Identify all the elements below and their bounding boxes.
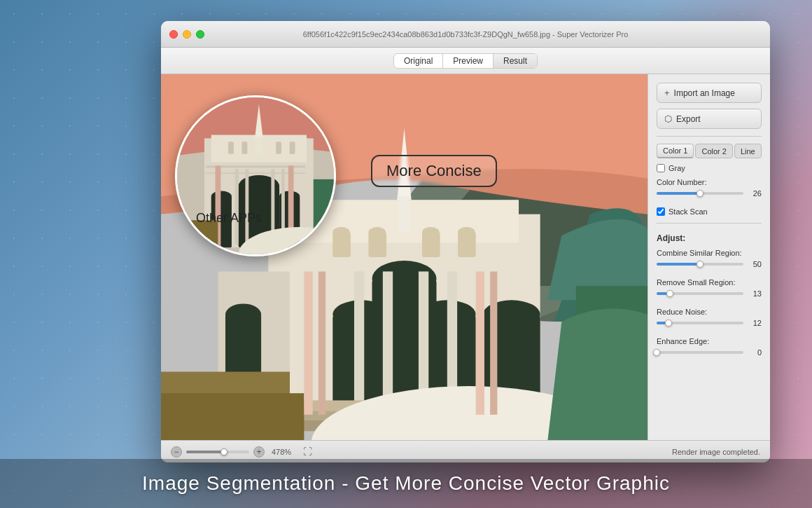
color-number-slider-row: 26 [657, 189, 762, 198]
view-tab-group: Original Preview Result [393, 53, 538, 69]
svg-point-29 [225, 303, 261, 325]
toolbar: Original Preview Result [161, 48, 770, 74]
svg-rect-24 [383, 271, 393, 414]
window-controls [169, 30, 204, 39]
zoom-level: 478% [272, 448, 291, 456]
color-number-track[interactable] [657, 192, 743, 195]
adjust-section-title: Adjust: [657, 233, 762, 243]
maximize-button[interactable] [196, 30, 204, 39]
zoom-slider-fill [186, 451, 224, 453]
combine-similar-fill [657, 263, 700, 266]
reduce-noise-track[interactable] [657, 322, 743, 324]
close-button[interactable] [169, 30, 178, 39]
color-number-value: 26 [748, 189, 762, 198]
export-icon: ⬡ [664, 114, 672, 124]
svg-rect-57 [290, 142, 295, 154]
svg-rect-6 [398, 196, 410, 232]
svg-rect-56 [276, 142, 281, 154]
remove-small-value: 13 [748, 289, 762, 298]
svg-point-20 [422, 227, 440, 237]
enhance-edge-track[interactable] [657, 351, 743, 354]
svg-point-16 [332, 227, 350, 237]
main-content: Other APPs More Concise + Import an Imag… [161, 74, 770, 440]
enhance-edge-section: Enhance Edge: 0 [657, 337, 762, 361]
svg-rect-45 [255, 137, 262, 153]
reduce-noise-value: 12 [748, 319, 762, 327]
remove-small-slider-row: 13 [657, 289, 762, 298]
reduce-noise-thumb[interactable] [665, 320, 672, 327]
canvas-area: Other APPs More Concise [161, 74, 648, 440]
gray-checkbox[interactable] [657, 164, 665, 172]
enhance-edge-thumb[interactable] [653, 349, 660, 356]
color-tab-line[interactable]: Line [734, 144, 762, 158]
svg-point-18 [368, 227, 386, 237]
svg-point-22 [458, 227, 475, 237]
combine-similar-thumb[interactable] [696, 261, 704, 268]
sidebar-divider-1 [657, 136, 762, 137]
color-number-fill [657, 192, 700, 195]
reduce-noise-section: Reduce Noise: 12 [657, 308, 762, 331]
plus-icon: + [664, 88, 670, 98]
zoom-slider-thumb[interactable] [220, 448, 227, 455]
fit-to-window-button[interactable]: ⛶ [301, 446, 314, 458]
combine-similar-section: Combine Similar Region: 50 [657, 249, 762, 273]
zoom-in-button[interactable]: + [253, 446, 265, 458]
stack-scan-checkbox-row: Stack Scan [657, 207, 762, 216]
combine-similar-slider-row: 50 [657, 260, 762, 268]
zoom-slider-track[interactable] [186, 451, 249, 453]
color-number-section: Color Number: 26 [657, 178, 762, 202]
remove-small-label: Remove Small Region: [657, 278, 762, 287]
tab-preview[interactable]: Preview [443, 54, 493, 68]
export-button[interactable]: ⬡ Export [657, 109, 762, 129]
minimize-button[interactable] [183, 30, 191, 39]
remove-small-section: Remove Small Region: 13 [657, 278, 762, 302]
combine-similar-track[interactable] [657, 263, 743, 266]
enhance-edge-value: 0 [748, 348, 762, 357]
stack-scan-checkbox[interactable] [657, 207, 665, 216]
enhance-edge-label: Enhance Edge: [657, 337, 762, 345]
import-label: Import an Image [674, 88, 735, 98]
status-text: Render image completed. [672, 448, 760, 456]
comparison-circle [175, 95, 336, 256]
stack-scan-label: Stack Scan [668, 207, 708, 216]
color-number-thumb[interactable] [696, 190, 704, 197]
color-tab-group: Color 1 Color 2 Line [657, 144, 762, 158]
reduce-noise-label: Reduce Noise: [657, 308, 762, 316]
app-window: 6ff056f1c422c9f15c9ec2434ca08b863d1d0b73… [161, 21, 770, 462]
svg-rect-40 [490, 271, 497, 414]
svg-rect-54 [228, 142, 234, 154]
svg-rect-34 [161, 393, 304, 440]
combine-similar-value: 50 [748, 260, 762, 268]
gray-checkbox-row: Gray [657, 164, 762, 172]
svg-rect-38 [318, 271, 326, 414]
zoom-out-button[interactable]: − [171, 446, 182, 458]
svg-rect-55 [242, 142, 248, 154]
tab-result[interactable]: Result [493, 54, 537, 68]
right-sidebar: + Import an Image ⬡ Export Color 1 Color… [648, 74, 770, 440]
enhance-edge-slider-row: 0 [657, 348, 762, 357]
color-tab-1[interactable]: Color 1 [657, 144, 694, 158]
title-bar: 6ff056f1c422c9f15c9ec2434ca08b863d1d0b73… [161, 21, 770, 48]
export-label: Export [676, 114, 701, 124]
reduce-noise-slider-row: 12 [657, 319, 762, 327]
caption-text: Image Segmentation - Get More Concise Ve… [142, 472, 670, 495]
remove-small-thumb[interactable] [666, 290, 673, 297]
svg-rect-59 [245, 169, 248, 244]
import-button[interactable]: + Import an Image [657, 83, 762, 103]
svg-rect-39 [476, 271, 484, 414]
combine-similar-label: Combine Similar Region: [657, 249, 762, 257]
bottom-caption: Image Segmentation - Get More Concise Ve… [0, 459, 812, 508]
zoom-controls: − + 478% ⛶ [171, 446, 314, 458]
sidebar-divider-2 [657, 223, 762, 224]
gray-label: Gray [668, 164, 685, 172]
svg-rect-37 [304, 271, 312, 414]
svg-rect-23 [354, 271, 364, 414]
window-title: 6ff056f1c422c9f15c9ec2434ca08b863d1d0b73… [303, 30, 629, 39]
svg-rect-58 [235, 169, 239, 244]
remove-small-track[interactable] [657, 292, 743, 295]
color-tab-2[interactable]: Color 2 [695, 144, 732, 158]
color-number-label: Color Number: [657, 178, 762, 186]
svg-point-49 [211, 191, 232, 202]
tab-original[interactable]: Original [394, 54, 443, 68]
